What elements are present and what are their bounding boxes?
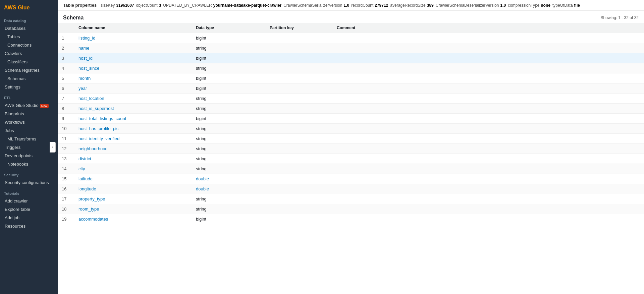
sidebar-title[interactable]: AWS Glue	[0, 0, 58, 14]
data-type: string	[192, 134, 266, 144]
partition-key	[266, 114, 333, 124]
column-name[interactable]: month	[74, 73, 192, 83]
sidebar-security-configurations[interactable]: Security configurations	[0, 178, 58, 187]
comment	[333, 164, 644, 174]
sidebar-blueprints[interactable]: Blueprints	[0, 110, 58, 118]
table-row: 14citystring	[58, 164, 644, 174]
column-name[interactable]: host_identity_verified	[74, 134, 192, 144]
comment	[333, 114, 644, 124]
column-name[interactable]: host_total_listings_count	[74, 114, 192, 124]
column-name[interactable]: city	[74, 164, 192, 174]
prop-key: compressionType	[508, 3, 539, 8]
table-row: 1listing_idbigint	[58, 33, 644, 43]
sidebar-settings[interactable]: Settings	[0, 83, 58, 91]
column-name[interactable]: year	[74, 83, 192, 94]
data-type: bigint	[192, 33, 266, 43]
comment	[333, 134, 644, 144]
prop-pair-UPDATED_BY_CRAWLER: UPDATED_BY_CRAWLERyourname-datalake-parq…	[163, 3, 281, 8]
comment	[333, 73, 644, 83]
column-name[interactable]: accommodates	[74, 214, 192, 224]
comment	[333, 184, 644, 194]
table-row: 10host_has_profile_picstring	[58, 124, 644, 134]
comment	[333, 53, 644, 63]
data-type: string	[192, 94, 266, 104]
comment	[333, 154, 644, 164]
schema-header-row: Schema Showing: 1 - 32 of 32	[58, 11, 644, 23]
prop-key: UPDATED_BY_CRAWLER	[163, 3, 212, 8]
row-number: 11	[58, 134, 74, 144]
col-header-partition-key: Partition key	[266, 23, 333, 33]
partition-key	[266, 53, 333, 63]
data-type: string	[192, 194, 266, 204]
column-name[interactable]: district	[74, 154, 192, 164]
prop-pair-typeOfData: typeOfDatafile	[552, 3, 580, 8]
prop-pair-sizeKey: sizeKey31961607	[101, 3, 134, 8]
sidebar-explore-table[interactable]: Explore table	[0, 205, 58, 214]
partition-key	[266, 214, 333, 224]
prop-key: recordCount	[351, 3, 373, 8]
prop-value: 279712	[375, 3, 388, 8]
comment	[333, 83, 644, 94]
sidebar-workflows[interactable]: Workflows	[0, 118, 58, 126]
prop-key: CrawlerSchemaSerializerVersion	[283, 3, 342, 8]
partition-key	[266, 174, 333, 184]
sidebar-classifiers[interactable]: Classifiers	[0, 58, 58, 66]
column-name[interactable]: listing_id	[74, 33, 192, 43]
data-type: string	[192, 154, 266, 164]
column-name[interactable]: name	[74, 43, 192, 53]
sidebar-tables[interactable]: Tables	[0, 33, 58, 41]
table-row: 3host_idbigint	[58, 53, 644, 63]
partition-key	[266, 94, 333, 104]
column-name[interactable]: host_has_profile_pic	[74, 124, 192, 134]
sidebar-databases[interactable]: Databases	[0, 24, 58, 33]
comment	[333, 144, 644, 154]
table-row: 19accommodatesbigint	[58, 214, 644, 224]
sidebar-section-tutorials: Tutorials	[0, 187, 58, 197]
sidebar-connections[interactable]: Connections	[0, 41, 58, 49]
comment	[333, 33, 644, 43]
sidebar-glue-studio[interactable]: AWS Glue StudioNew	[0, 101, 58, 110]
column-name[interactable]: room_type	[74, 204, 192, 214]
table-row: 17property_typestring	[58, 194, 644, 204]
table-row: 12neighbourhoodstring	[58, 144, 644, 154]
column-name[interactable]: host_is_superhost	[74, 104, 192, 114]
sidebar-add-job[interactable]: Add job	[0, 214, 58, 222]
comment	[333, 214, 644, 224]
prop-value: 1.0	[344, 3, 350, 8]
prop-key: CrawlerSchemaDeserializerVersion	[436, 3, 499, 8]
table-row: 4host_sincestring	[58, 63, 644, 73]
row-number: 19	[58, 214, 74, 224]
prop-pair-CrawlerSchemaSerializerVersion: CrawlerSchemaSerializerVersion1.0	[283, 3, 349, 8]
sidebar-schemas[interactable]: Schemas	[0, 74, 58, 83]
row-number: 2	[58, 43, 74, 53]
sidebar-schema-registries[interactable]: Schema registries	[0, 66, 58, 74]
sidebar-dev-endpoints[interactable]: Dev endpoints	[0, 152, 58, 160]
prop-value: file	[574, 3, 580, 8]
row-number: 13	[58, 154, 74, 164]
data-type[interactable]: double	[192, 184, 266, 194]
column-name[interactable]: host_since	[74, 63, 192, 73]
column-name[interactable]: latitude	[74, 174, 192, 184]
sidebar-jobs[interactable]: Jobs	[0, 126, 58, 135]
column-name[interactable]: host_location	[74, 94, 192, 104]
sidebar-ml-transforms[interactable]: ML Transforms	[0, 135, 58, 143]
partition-key	[266, 83, 333, 94]
column-name[interactable]: longitude	[74, 184, 192, 194]
data-type: bigint	[192, 53, 266, 63]
sidebar-add-crawler[interactable]: Add crawler	[0, 197, 58, 205]
sidebar-collapse-button[interactable]: ‹	[50, 142, 56, 153]
column-name[interactable]: neighbourhood	[74, 144, 192, 154]
column-name[interactable]: host_id	[74, 53, 192, 63]
sidebar-crawlers[interactable]: Crawlers	[0, 49, 58, 58]
data-type: bigint	[192, 214, 266, 224]
sidebar-resources[interactable]: Resources	[0, 222, 58, 230]
row-number: 6	[58, 83, 74, 94]
sidebar-notebooks[interactable]: Notebooks	[0, 160, 58, 168]
row-number: 3	[58, 53, 74, 63]
comment	[333, 63, 644, 73]
sidebar-triggers[interactable]: Triggers	[0, 143, 58, 152]
data-type[interactable]: double	[192, 174, 266, 184]
partition-key	[266, 204, 333, 214]
column-name[interactable]: property_type	[74, 194, 192, 204]
prop-pair-CrawlerSchemaDeserializerVersion: CrawlerSchemaDeserializerVersion1.0	[436, 3, 506, 8]
